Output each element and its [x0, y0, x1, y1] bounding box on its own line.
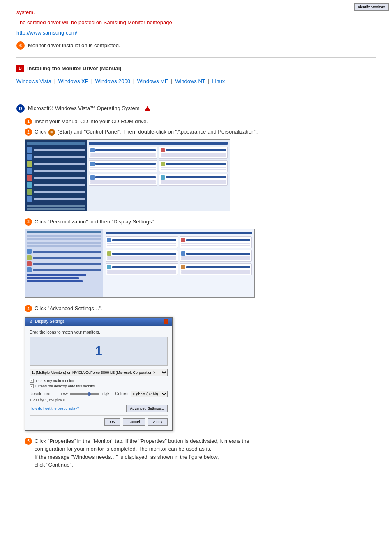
pixels-text: 1,280 by 1,024 pixels: [30, 398, 168, 402]
identify-monitors-btn[interactable]: Identify Monitors: [354, 3, 389, 11]
step3-text: Click "Personalization" and then "Displa…: [35, 218, 155, 226]
installing-header: D Installing the Monitor Driver (Manual): [16, 65, 376, 72]
step4-text: Click "Advanced Settings…".: [35, 304, 103, 313]
monitor-area: 1: [30, 337, 168, 366]
screenshot-cp: [25, 139, 376, 211]
step2-num: 2: [25, 128, 32, 136]
os-section: D Microsoft® Windows Vista™ Operating Sy…: [16, 104, 376, 469]
step5-line2: configuration for your monitor is comple…: [35, 446, 211, 452]
dialog-window: 🖥 Display Settings × Drag the icons to m…: [25, 317, 173, 431]
os-header: D Microsoft® Windows Vista™ Operating Sy…: [16, 104, 376, 113]
dialog-title: Display Settings: [35, 319, 65, 324]
step1-text: Insert your Manual CD into your CD-ROM d…: [35, 117, 148, 126]
triangle-icon: [145, 106, 150, 111]
sep4: |: [171, 78, 174, 84]
nav-link-nt[interactable]: Windows NT: [175, 78, 205, 84]
step6-icon: 6: [16, 41, 25, 50]
checkbox-main-monitor: ✓ This is my main monitor: [30, 379, 168, 383]
screenshot-pers: [25, 229, 376, 298]
step4-row: 4 Click "Advanced Settings…".: [25, 304, 376, 313]
resolution-label: Resolution:: [30, 391, 58, 396]
display-settings-dialog: 🖥 Display Settings × Drag the icons to m…: [25, 317, 376, 431]
sep1: |: [54, 78, 57, 84]
step3-num: 3: [25, 218, 32, 226]
apply-btn[interactable]: Apply: [148, 418, 168, 426]
start-btn-icon: ⊞: [48, 129, 55, 136]
ok-btn[interactable]: OK: [104, 418, 120, 426]
step2-row: 2 Click ⊞ (Start) and "Control Panel". T…: [25, 128, 376, 136]
step2-text: Click ⊞ (Start) and "Control Panel". The…: [35, 128, 258, 136]
samsung-link[interactable]: http://www.samsung.com/: [16, 30, 77, 36]
monitor-number: 1: [95, 343, 102, 359]
steps-list: 1 Insert your Manual CD into your CD-ROM…: [25, 117, 376, 469]
sep2: |: [91, 78, 94, 84]
resolution-high: High: [102, 392, 110, 396]
extend-desktop-checkbox[interactable]: ✓: [30, 384, 34, 388]
titlebar-buttons: ×: [164, 319, 168, 324]
step5-num: 5: [25, 438, 32, 445]
nav-link-xp[interactable]: Windows XP: [58, 78, 88, 84]
checkbox-extend-desktop: ✓ Extend the desktop onto this monitor: [30, 384, 168, 388]
system-line2: The certified driver will be posted on S…: [16, 18, 376, 27]
step5-line3: If the message "Windows needs…" is displ…: [35, 454, 219, 460]
sep3: |: [133, 78, 136, 84]
best-display-link[interactable]: How do I get the best display?: [30, 406, 79, 410]
nav-link-2000[interactable]: Windows 2000: [95, 78, 130, 84]
sep5: |: [208, 78, 211, 84]
cancel-btn[interactable]: Cancel: [123, 418, 145, 426]
checkbox-extend-label: Extend the desktop onto this monitor: [35, 384, 95, 388]
os-icon: D: [16, 104, 25, 113]
system-line1: system.: [16, 8, 376, 17]
step1-row: 1 Insert your Manual CD into your CD-ROM…: [25, 117, 376, 126]
resolution-low: Low: [61, 392, 68, 396]
nav-link-me[interactable]: Windows ME: [137, 78, 168, 84]
dialog-close-btn[interactable]: ×: [164, 319, 168, 324]
dialog-btn-row: OK Cancel Apply: [30, 415, 168, 426]
top-system-text: system. The certified driver will be pos…: [16, 8, 376, 27]
dialog-titlebar: 🖥 Display Settings ×: [25, 318, 172, 326]
monitor-label: Drag the icons to match your monitors.: [30, 330, 100, 334]
step5-text: Click "Properties" in the "Monitor" tab.…: [35, 437, 249, 469]
colors-dropdown[interactable]: Highest (32-bit): [131, 391, 168, 397]
advanced-settings-btn[interactable]: Advanced Settings...: [126, 405, 168, 412]
checkbox-main-label: This is my main monitor: [35, 379, 74, 383]
dialog-body: Drag the icons to match your monitors. I…: [25, 326, 172, 430]
nav-links: Windows Vista | Windows XP | Windows 200…: [16, 78, 376, 84]
main-monitor-checkbox[interactable]: ✓: [30, 379, 34, 383]
nav-link-linux[interactable]: Linux: [212, 78, 225, 84]
step1-num: 1: [25, 118, 32, 125]
os-title: Microsoft® Windows Vista™ Operating Syst…: [28, 105, 140, 111]
step5-line1: Click "Properties" in the "Monitor" tab.…: [35, 438, 249, 444]
divider1: [16, 57, 376, 58]
nav-link-vista[interactable]: Windows Vista: [16, 78, 51, 84]
step5-row: 5 Click "Properties" in the "Monitor" ta…: [25, 437, 376, 469]
step6-text: Monitor driver installation is completed…: [28, 42, 120, 48]
step3-row: 3 Click "Personalization" and then "Disp…: [25, 218, 376, 226]
installing-label: Installing the Monitor Driver (Manual): [27, 65, 122, 71]
step5-line4: click "Continue".: [35, 462, 73, 468]
monitor-icon: 🖥: [29, 319, 33, 324]
display-selector[interactable]: 1. (Multiple Monitors) on NVIDIA GeForce…: [30, 369, 168, 376]
step4-num: 4: [25, 305, 32, 312]
colors-label: Colors:: [115, 391, 128, 396]
installing-icon: D: [16, 65, 24, 72]
